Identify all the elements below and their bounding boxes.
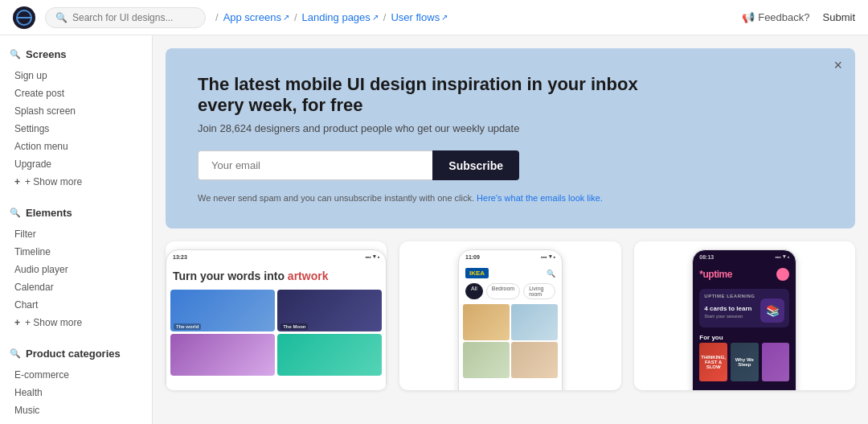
submit-button[interactable]: Submit: [823, 11, 855, 23]
sidebar-section-title-product-categories: 🔍 Product categories: [10, 348, 142, 360]
card-uptime[interactable]: 08:13 ▪▪▪ ▾ ▪ *uptime UPTIM: [634, 241, 855, 390]
elements-show-more[interactable]: + + Show more: [10, 314, 142, 331]
sidebar-item-calendar[interactable]: Calendar: [10, 278, 142, 296]
sidebar-item-health[interactable]: Health: [10, 384, 142, 401]
banner-disclaimer: We never send spam and you can unsubscri…: [198, 193, 823, 203]
phone-mockup-1: 13:23 ▪▪▪ ▾ ▪ Turn your words into artwo…: [166, 249, 387, 390]
phone-mockup-2: 11:09 ▪▪▪ ▾ ▪ IKEA 🔍 All: [458, 249, 563, 390]
sidebar-item-chart[interactable]: Chart: [10, 296, 142, 314]
sidebar-item-splash[interactable]: Splash screen: [10, 102, 142, 120]
battery-icon: ▪: [378, 254, 379, 260]
sidebar-item-social-network[interactable]: Social network: [10, 419, 142, 424]
sidebar-item-filter[interactable]: Filter: [10, 225, 142, 243]
status-bar-1: 13:23 ▪▪▪ ▾ ▪: [166, 250, 386, 263]
time-3: 08:13: [699, 254, 714, 260]
feedback-button[interactable]: 📢 Feedback?: [742, 11, 809, 23]
book-2: Why We Sleep: [731, 343, 759, 381]
subscribe-button[interactable]: Subscribe: [432, 150, 519, 180]
card-ikea-inner: 11:09 ▪▪▪ ▾ ▪ IKEA 🔍 All: [399, 241, 620, 390]
signal-icon3: ▪▪▪: [775, 254, 780, 260]
card-uptime-inner: 08:13 ▪▪▪ ▾ ▪ *uptime UPTIM: [634, 241, 855, 390]
ikea-header: IKEA 🔍: [459, 263, 562, 283]
sidebar-item-create-post[interactable]: Create post: [10, 84, 142, 102]
sidebar-item-sign-up[interactable]: Sign up: [10, 67, 142, 84]
uptime-avatar: [776, 268, 789, 281]
artwork-img-3: [170, 334, 275, 376]
card-ikea[interactable]: 11:09 ▪▪▪ ▾ ▪ IKEA 🔍 All: [399, 241, 620, 390]
breadcrumb-sep3: /: [383, 11, 387, 23]
banner-title: The latest mobile UI design inspiration …: [198, 74, 680, 116]
external-link-icon3: ↗: [441, 13, 448, 22]
sidebar-section-title-screens: 🔍 Screens: [10, 48, 142, 60]
card-artwork[interactable]: 13:23 ▪▪▪ ▾ ▪ Turn your words into artwo…: [166, 241, 387, 390]
breadcrumb-sep2: /: [294, 11, 297, 23]
sidebar-item-action-menu[interactable]: Action menu: [10, 138, 142, 155]
breadcrumb-user-flows[interactable]: User flows ↗: [391, 11, 448, 23]
banner-subtitle: Join 28,624 designers and product people…: [198, 122, 823, 134]
wifi-icon3: ▾: [783, 253, 786, 260]
uptime-header: *uptime: [693, 263, 796, 286]
uptime-learn-card: UPTIME LEARNING 4 cards to learn Start y…: [699, 289, 789, 327]
breadcrumb-landing-pages[interactable]: Landing pages ↗: [302, 11, 379, 23]
emails-example-link[interactable]: Here's what the emails look like.: [477, 193, 603, 203]
ikea-tab-living-room[interactable]: Living room: [523, 283, 555, 299]
uptime-action: Start your session: [704, 314, 751, 319]
ikea-logo: IKEA: [465, 268, 489, 278]
status-bar-2: 11:09 ▪▪▪ ▾ ▪: [459, 250, 562, 263]
uptime-card-icon: 📚: [766, 304, 780, 317]
ikea-tab-all[interactable]: All: [465, 283, 483, 299]
book-3: [762, 343, 790, 381]
search-box[interactable]: 🔍: [45, 7, 206, 28]
breadcrumb: / App screens ↗ / Landing pages ↗ / User…: [215, 11, 448, 23]
uptime-row: 4 cards to learn Start your session 📚: [704, 298, 784, 323]
header-right: 📢 Feedback? Submit: [742, 11, 855, 23]
header: 🔍 / App screens ↗ / Landing pages ↗ / Us…: [0, 0, 868, 35]
card1-highlight: artwork: [288, 270, 329, 282]
main-content: × The latest mobile UI design inspiratio…: [153, 35, 868, 424]
ikea-tab-bedroom[interactable]: Bedroom: [486, 283, 520, 299]
ikea-img-4: [511, 342, 558, 378]
sidebar-item-upgrade[interactable]: Upgrade: [10, 155, 142, 173]
sidebar-section-title-elements: 🔍 Elements: [10, 207, 142, 219]
sidebar-item-music[interactable]: Music: [10, 401, 142, 419]
logo: [13, 6, 35, 29]
product-section-icon: 🔍: [10, 348, 21, 359]
sidebar-section-elements: 🔍 Elements Filter Timeline Audio player …: [10, 207, 142, 331]
status-icons-3: ▪▪▪ ▾ ▪: [775, 253, 789, 260]
screens-section-icon: 🔍: [10, 49, 21, 60]
show-more-plus-icon: +: [14, 176, 20, 187]
status-icons-2: ▪▪▪ ▾ ▪: [541, 253, 555, 260]
artwork-img-2: The Moon: [277, 290, 382, 331]
sidebar-item-ecommerce[interactable]: E-commerce: [10, 366, 142, 384]
card-artwork-inner: 13:23 ▪▪▪ ▾ ▪ Turn your words into artwo…: [166, 241, 387, 390]
external-link-icon: ↗: [283, 13, 289, 22]
time-1: 13:23: [173, 254, 187, 260]
sidebar-item-audio-player[interactable]: Audio player: [10, 261, 142, 278]
uptime-icon-box: 📚: [760, 298, 784, 323]
layout: 🔍 Screens Sign up Create post Splash scr…: [0, 35, 868, 424]
screens-show-more[interactable]: + + Show more: [10, 173, 142, 191]
artwork-img-4: [277, 334, 382, 376]
banner-close-button[interactable]: ×: [833, 58, 842, 72]
ikea-img-2: [511, 304, 558, 340]
status-bar-3: 08:13 ▪▪▪ ▾ ▪: [693, 250, 796, 263]
uptime-for-you: For you: [693, 331, 796, 343]
time-2: 11:09: [465, 254, 480, 260]
show-more-plus-icon2: +: [14, 317, 20, 328]
email-field[interactable]: [198, 150, 432, 180]
phone-mockup-3: 08:13 ▪▪▪ ▾ ▪ *uptime UPTIM: [692, 249, 796, 390]
newsletter-banner: × The latest mobile UI design inspiratio…: [166, 48, 855, 228]
ikea-img-1: [463, 304, 510, 340]
search-input[interactable]: [72, 12, 185, 23]
feedback-icon: 📢: [742, 11, 755, 23]
card1-image-grid: The world The Moon: [166, 290, 386, 376]
breadcrumb-app-screens[interactable]: App screens ↗: [223, 11, 289, 23]
sidebar-item-settings[interactable]: Settings: [10, 120, 142, 138]
cards-area: 13:23 ▪▪▪ ▾ ▪ Turn your words into artwo…: [153, 241, 868, 403]
sidebar-section-product-categories: 🔍 Product categories E-commerce Health M…: [10, 348, 142, 424]
status-icons-1: ▪▪▪ ▾ ▪: [365, 253, 379, 260]
card1-title: Turn your words into artwork: [166, 263, 386, 290]
sidebar-item-timeline[interactable]: Timeline: [10, 243, 142, 261]
battery-icon3: ▪: [788, 254, 789, 260]
ikea-tabs: All Bedroom Living room: [459, 283, 562, 304]
